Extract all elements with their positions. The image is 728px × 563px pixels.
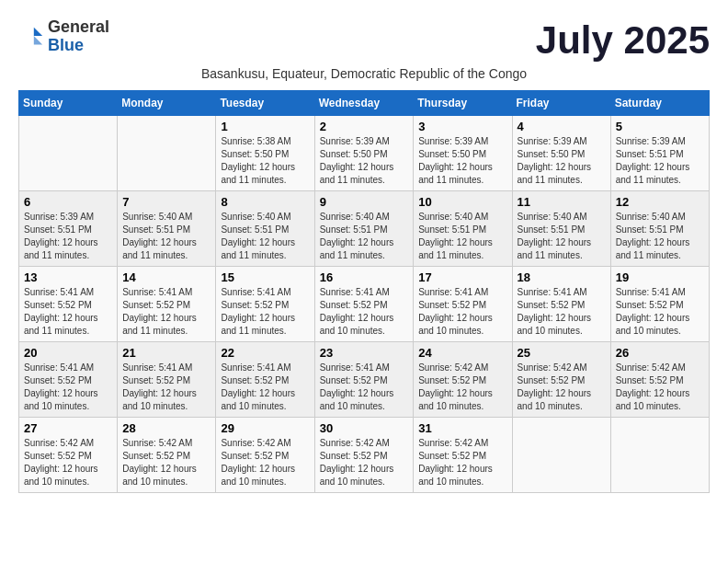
day-info: Sunrise: 5:40 AM Sunset: 5:51 PM Dayligh…: [320, 211, 409, 262]
day-info: Sunrise: 5:41 AM Sunset: 5:52 PM Dayligh…: [320, 362, 409, 413]
day-number: 4: [518, 120, 606, 133]
calendar-week-row: 1Sunrise: 5:38 AM Sunset: 5:50 PM Daylig…: [19, 116, 710, 191]
calendar-cell: 19Sunrise: 5:41 AM Sunset: 5:52 PM Dayli…: [610, 267, 709, 342]
day-number: 24: [418, 346, 506, 360]
weekday-header-saturday: Saturday: [610, 91, 709, 116]
day-info: Sunrise: 5:42 AM Sunset: 5:52 PM Dayligh…: [122, 437, 210, 488]
calendar-cell: 14Sunrise: 5:41 AM Sunset: 5:52 PM Dayli…: [118, 267, 216, 342]
calendar-cell: 5Sunrise: 5:39 AM Sunset: 5:51 PM Daylig…: [610, 116, 709, 191]
calendar-cell: 12Sunrise: 5:40 AM Sunset: 5:51 PM Dayli…: [610, 191, 709, 267]
day-info: Sunrise: 5:42 AM Sunset: 5:52 PM Dayligh…: [418, 437, 506, 488]
day-info: Sunrise: 5:40 AM Sunset: 5:51 PM Dayligh…: [616, 211, 704, 262]
weekday-header-tuesday: Tuesday: [216, 91, 314, 116]
svg-marker-0: [34, 28, 42, 36]
day-number: 16: [320, 270, 409, 284]
calendar-cell: 26Sunrise: 5:42 AM Sunset: 5:52 PM Dayli…: [610, 342, 709, 418]
page-header: General Blue July 2025: [18, 18, 710, 63]
calendar-cell: [512, 418, 610, 493]
logo-icon: [18, 24, 44, 50]
day-number: 30: [320, 421, 409, 435]
calendar-cell: [118, 116, 216, 191]
logo: General Blue: [18, 18, 109, 55]
calendar-cell: [19, 116, 118, 191]
calendar-cell: 16Sunrise: 5:41 AM Sunset: 5:52 PM Dayli…: [314, 267, 414, 342]
day-number: 29: [221, 421, 309, 435]
day-number: 2: [320, 120, 409, 133]
day-number: 3: [418, 120, 506, 133]
day-number: 18: [518, 270, 606, 284]
calendar-cell: 7Sunrise: 5:40 AM Sunset: 5:51 PM Daylig…: [118, 191, 216, 267]
day-number: 27: [24, 421, 112, 435]
calendar-cell: 21Sunrise: 5:41 AM Sunset: 5:52 PM Dayli…: [118, 342, 216, 418]
day-number: 26: [616, 346, 704, 360]
weekday-header-monday: Monday: [118, 91, 216, 116]
calendar-subtitle: Basankusu, Equateur, Democratic Republic…: [18, 66, 710, 81]
day-info: Sunrise: 5:41 AM Sunset: 5:52 PM Dayligh…: [616, 286, 704, 338]
calendar-cell: [610, 418, 709, 493]
day-info: Sunrise: 5:41 AM Sunset: 5:52 PM Dayligh…: [518, 286, 606, 338]
calendar-header-row: SundayMondayTuesdayWednesdayThursdayFrid…: [19, 91, 710, 116]
weekday-header-friday: Friday: [512, 91, 610, 116]
day-number: 28: [122, 421, 210, 435]
calendar-week-row: 13Sunrise: 5:41 AM Sunset: 5:52 PM Dayli…: [19, 267, 710, 342]
day-number: 21: [122, 346, 210, 360]
calendar-cell: 31Sunrise: 5:42 AM Sunset: 5:52 PM Dayli…: [414, 418, 512, 493]
calendar-cell: 20Sunrise: 5:41 AM Sunset: 5:52 PM Dayli…: [19, 342, 118, 418]
day-info: Sunrise: 5:38 AM Sunset: 5:50 PM Dayligh…: [221, 135, 309, 187]
day-info: Sunrise: 5:41 AM Sunset: 5:52 PM Dayligh…: [320, 286, 409, 338]
day-number: 20: [24, 346, 112, 360]
day-number: 7: [122, 195, 210, 209]
day-info: Sunrise: 5:40 AM Sunset: 5:51 PM Dayligh…: [418, 211, 506, 262]
day-info: Sunrise: 5:41 AM Sunset: 5:52 PM Dayligh…: [122, 362, 210, 413]
calendar-cell: 17Sunrise: 5:41 AM Sunset: 5:52 PM Dayli…: [414, 267, 512, 342]
calendar-cell: 8Sunrise: 5:40 AM Sunset: 5:51 PM Daylig…: [216, 191, 314, 267]
calendar-cell: 2Sunrise: 5:39 AM Sunset: 5:50 PM Daylig…: [314, 116, 414, 191]
calendar-cell: 11Sunrise: 5:40 AM Sunset: 5:51 PM Dayli…: [512, 191, 610, 267]
calendar-cell: 28Sunrise: 5:42 AM Sunset: 5:52 PM Dayli…: [118, 418, 216, 493]
day-number: 31: [418, 421, 506, 435]
day-number: 15: [221, 270, 309, 284]
weekday-header-sunday: Sunday: [19, 91, 118, 116]
logo-text: General Blue: [48, 18, 109, 55]
calendar-cell: 22Sunrise: 5:41 AM Sunset: 5:52 PM Dayli…: [216, 342, 314, 418]
day-info: Sunrise: 5:41 AM Sunset: 5:52 PM Dayligh…: [221, 286, 309, 338]
day-number: 25: [518, 346, 606, 360]
svg-marker-1: [34, 36, 42, 44]
day-info: Sunrise: 5:39 AM Sunset: 5:50 PM Dayligh…: [418, 135, 506, 187]
day-info: Sunrise: 5:42 AM Sunset: 5:52 PM Dayligh…: [518, 362, 606, 413]
weekday-header-wednesday: Wednesday: [314, 91, 414, 116]
day-number: 6: [24, 195, 112, 209]
day-info: Sunrise: 5:42 AM Sunset: 5:52 PM Dayligh…: [320, 437, 409, 488]
day-info: Sunrise: 5:42 AM Sunset: 5:52 PM Dayligh…: [221, 437, 309, 488]
day-info: Sunrise: 5:40 AM Sunset: 5:51 PM Dayligh…: [221, 211, 309, 262]
calendar-cell: 23Sunrise: 5:41 AM Sunset: 5:52 PM Dayli…: [314, 342, 414, 418]
day-number: 11: [518, 195, 606, 209]
day-info: Sunrise: 5:39 AM Sunset: 5:50 PM Dayligh…: [518, 135, 606, 187]
day-info: Sunrise: 5:41 AM Sunset: 5:52 PM Dayligh…: [24, 362, 112, 413]
day-info: Sunrise: 5:39 AM Sunset: 5:51 PM Dayligh…: [24, 211, 112, 262]
day-info: Sunrise: 5:42 AM Sunset: 5:52 PM Dayligh…: [24, 437, 112, 488]
day-info: Sunrise: 5:39 AM Sunset: 5:50 PM Dayligh…: [320, 135, 409, 187]
calendar-cell: 10Sunrise: 5:40 AM Sunset: 5:51 PM Dayli…: [414, 191, 512, 267]
calendar-cell: 15Sunrise: 5:41 AM Sunset: 5:52 PM Dayli…: [216, 267, 314, 342]
calendar-week-row: 20Sunrise: 5:41 AM Sunset: 5:52 PM Dayli…: [19, 342, 710, 418]
calendar-cell: 24Sunrise: 5:42 AM Sunset: 5:52 PM Dayli…: [414, 342, 512, 418]
calendar-cell: 4Sunrise: 5:39 AM Sunset: 5:50 PM Daylig…: [512, 116, 610, 191]
day-number: 23: [320, 346, 409, 360]
day-info: Sunrise: 5:40 AM Sunset: 5:51 PM Dayligh…: [122, 211, 210, 262]
calendar-week-row: 6Sunrise: 5:39 AM Sunset: 5:51 PM Daylig…: [19, 191, 710, 267]
calendar-cell: 13Sunrise: 5:41 AM Sunset: 5:52 PM Dayli…: [19, 267, 118, 342]
day-info: Sunrise: 5:41 AM Sunset: 5:52 PM Dayligh…: [418, 286, 506, 338]
day-info: Sunrise: 5:40 AM Sunset: 5:51 PM Dayligh…: [518, 211, 606, 262]
day-info: Sunrise: 5:42 AM Sunset: 5:52 PM Dayligh…: [418, 362, 506, 413]
day-info: Sunrise: 5:39 AM Sunset: 5:51 PM Dayligh…: [616, 135, 704, 187]
weekday-header-thursday: Thursday: [414, 91, 512, 116]
calendar-week-row: 27Sunrise: 5:42 AM Sunset: 5:52 PM Dayli…: [19, 418, 710, 493]
calendar-cell: 30Sunrise: 5:42 AM Sunset: 5:52 PM Dayli…: [314, 418, 414, 493]
calendar-cell: 18Sunrise: 5:41 AM Sunset: 5:52 PM Dayli…: [512, 267, 610, 342]
calendar-cell: 25Sunrise: 5:42 AM Sunset: 5:52 PM Dayli…: [512, 342, 610, 418]
day-number: 9: [320, 195, 409, 209]
calendar-cell: 27Sunrise: 5:42 AM Sunset: 5:52 PM Dayli…: [19, 418, 118, 493]
calendar-table: SundayMondayTuesdayWednesdayThursdayFrid…: [18, 90, 710, 493]
day-number: 5: [616, 120, 704, 133]
